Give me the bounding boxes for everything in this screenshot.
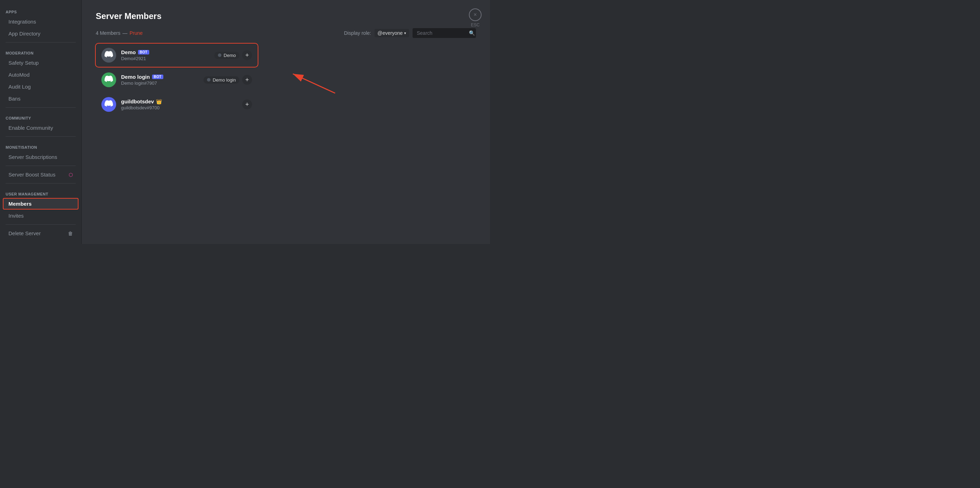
sidebar-item-server-boost-status[interactable]: Server Boost Status ⬡ [3,169,78,181]
divider-apps [6,42,76,43]
sidebar-item-automod[interactable]: AutoMod [3,69,78,81]
member-actions-demo-login: Demo login + [204,75,252,85]
member-row-guildbotsdev[interactable]: guildbotsdev 👑 guildbotsdev#9700 + [96,93,258,116]
display-role-label: Display role: [344,30,371,36]
main-content: Server Members 4 Members — Prune Display… [82,0,490,244]
member-name-guildbotsdev: guildbotsdev [121,98,154,105]
close-icon: × [474,12,477,18]
search-icon: 🔍 [469,30,475,36]
avatar-demo-login [101,73,116,87]
role-dot-demo [218,54,221,57]
search-input[interactable] [417,30,466,36]
role-tag-demo-login[interactable]: Demo login [204,76,239,84]
add-role-button-demo-login[interactable]: + [242,75,252,85]
avatar-demo [101,48,116,63]
member-tag-demo-login: Demo login#7907 [121,81,199,86]
crown-icon-guildbotsdev: 👑 [156,99,162,105]
sidebar-section-user-management: USER MANAGEMENT [0,186,81,198]
bot-badge-demo-login: BOT [152,74,163,79]
member-name-demo-login: Demo login [121,74,150,80]
sidebar-section-apps: APPS [0,4,81,16]
avatar-guildbotsdev [101,97,116,112]
member-name-row-demo: Demo BOT [121,49,210,55]
sidebar: APPS Integrations App Directory MODERATI… [0,0,82,244]
member-name-demo: Demo [121,49,136,55]
discord-icon-demo [105,50,113,60]
sidebar-section-moderation: MODERATION [0,45,81,57]
add-role-button-guildbotsdev[interactable]: + [242,100,252,109]
discord-icon-guildbotsdev [105,99,113,110]
sidebar-item-delete-server[interactable]: Delete Server 🗑 [3,228,78,239]
role-tag-demo[interactable]: Demo [215,52,239,59]
member-name-row-guildbotsdev: guildbotsdev 👑 [121,98,237,105]
member-info-guildbotsdev: guildbotsdev 👑 guildbotsdev#9700 [121,98,237,110]
sidebar-section-monetisation: MONETISATION [0,139,81,151]
sidebar-item-invites[interactable]: Invites [3,210,78,222]
prune-link[interactable]: Prune [130,30,143,36]
svg-line-1 [293,74,335,93]
role-selector[interactable]: @everyone ▾ [375,29,409,37]
members-count: 4 Members — Prune [96,30,143,36]
members-header: 4 Members — Prune Display role: @everyon… [96,28,476,38]
member-info-demo-login: Demo login BOT Demo login#7907 [121,74,199,86]
bot-badge-demo: BOT [138,50,149,54]
add-role-button-demo[interactable]: + [242,50,252,60]
member-info-demo: Demo BOT Demo#2921 [121,49,210,61]
search-box: 🔍 [412,28,476,38]
esc-circle: × [469,8,482,21]
members-header-right: Display role: @everyone ▾ 🔍 [344,28,476,38]
esc-button[interactable]: × ESC [469,8,482,27]
sidebar-item-safety-setup[interactable]: Safety Setup [3,57,78,68]
member-tag-guildbotsdev: guildbotsdev#9700 [121,105,237,110]
sidebar-item-server-subscriptions[interactable]: Server Subscriptions [3,151,78,163]
member-actions-demo: Demo + [215,50,252,60]
sidebar-item-audit-log[interactable]: Audit Log [3,81,78,92]
divider-boost [6,183,76,184]
sidebar-item-enable-community[interactable]: Enable Community [3,122,78,134]
role-dot-demo-login [207,78,210,82]
member-row-demo-login[interactable]: Demo login BOT Demo login#7907 Demo logi… [96,68,258,92]
divider-community [6,136,76,137]
sidebar-item-members[interactable]: Members [3,198,78,209]
discord-icon-demo-login [105,74,113,85]
member-row-demo[interactable]: Demo BOT Demo#2921 Demo + [96,44,258,67]
divider-moderation [6,107,76,108]
esc-label: ESC [471,22,480,27]
sidebar-item-bans[interactable]: Bans [3,93,78,105]
trash-icon: 🗑 [68,231,73,236]
member-name-row-demo-login: Demo login BOT [121,74,199,80]
divider-user-mgmt [6,224,76,225]
member-actions-guildbotsdev: + [242,100,252,109]
member-tag-demo: Demo#2921 [121,56,210,61]
page-title: Server Members [96,11,476,21]
chevron-down-icon: ▾ [404,31,406,35]
sidebar-item-integrations[interactable]: Integrations [3,16,78,27]
divider-monetisation [6,166,76,166]
sidebar-item-app-directory[interactable]: App Directory [3,28,78,40]
sidebar-section-community: COMMUNITY [0,110,81,122]
boost-icon: ⬡ [68,172,73,177]
